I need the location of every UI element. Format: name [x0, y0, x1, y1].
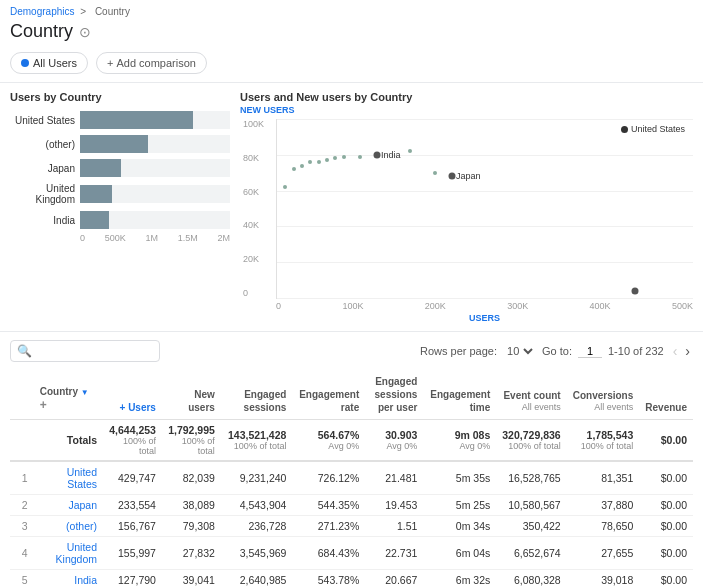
bar-row: United Kingdom	[10, 183, 230, 205]
row-country[interactable]: India	[34, 570, 103, 589]
col-header-engagement-time[interactable]: Engagement time	[423, 370, 496, 420]
col-header-revenue[interactable]: Revenue	[639, 370, 693, 420]
row-revenue: $0.00	[639, 461, 693, 495]
row-engaged-sessions: 9,231,240	[221, 461, 293, 495]
all-users-button[interactable]: All Users	[10, 52, 88, 74]
scatter-x-label: 100K	[342, 301, 363, 311]
row-engaged-sessions: 3,545,969	[221, 537, 293, 570]
scatter-dot	[408, 149, 412, 153]
row-event-count: 350,422	[496, 516, 566, 537]
totals-revenue: $0.00	[639, 420, 693, 462]
scatter-dot	[300, 164, 304, 168]
row-num: 1	[10, 461, 34, 495]
row-country[interactable]: United States	[34, 461, 103, 495]
axis-label: 1M	[145, 233, 158, 243]
bar-track	[80, 135, 230, 153]
row-engagement-rate: 543.78%	[292, 570, 365, 589]
row-revenue: $0.00	[639, 516, 693, 537]
bar-label: India	[10, 215, 75, 226]
bar-fill	[80, 135, 148, 153]
row-engaged-sessions: 236,728	[221, 516, 293, 537]
row-new-users: 27,832	[162, 537, 221, 570]
info-icon[interactable]: ⊙	[79, 24, 91, 40]
row-users: 155,997	[103, 537, 162, 570]
col-header-engaged-sessions[interactable]: Engaged sessions	[221, 370, 293, 420]
rows-per-page-select[interactable]: 10 25 50	[503, 344, 536, 358]
filter-bar: All Users + Add comparison	[0, 48, 703, 82]
scatter-legend: United States	[621, 124, 685, 134]
table-row: 3 (other) 156,767 79,308 236,728 271.23%…	[10, 516, 693, 537]
row-engaged-per-user: 19.453	[365, 495, 423, 516]
row-engagement-time: 6m 32s	[423, 570, 496, 589]
row-revenue: $0.00	[639, 537, 693, 570]
table-controls: 🔍 Rows per page: 10 25 50 Go to: 1-10 of…	[10, 340, 693, 362]
row-conversions: 27,655	[567, 537, 640, 570]
row-engagement-time: 6m 04s	[423, 537, 496, 570]
legend-label: United States	[631, 124, 685, 134]
row-num: 3	[10, 516, 34, 537]
table-row: 1 United States 429,747 82,039 9,231,240…	[10, 461, 693, 495]
col-header-event-count[interactable]: Event count All events	[496, 370, 566, 420]
data-table: Country ▼ + + Users New users Engaged se…	[10, 370, 693, 588]
totals-event-count: 320,729,836 100% of total	[496, 420, 566, 462]
scatter-x-axis-label: USERS	[276, 313, 693, 323]
add-comparison-label: Add comparison	[116, 57, 196, 69]
row-event-count: 6,080,328	[496, 570, 566, 589]
bar-fill	[80, 159, 121, 177]
search-input[interactable]	[36, 345, 153, 357]
col-header-country[interactable]: Country ▼ +	[34, 370, 103, 420]
row-conversions: 37,880	[567, 495, 640, 516]
scatter-x-label: 400K	[590, 301, 611, 311]
scatter-dot	[317, 160, 321, 164]
row-revenue: $0.00	[639, 570, 693, 589]
breadcrumb-parent[interactable]: Demographics	[10, 6, 74, 17]
prev-page-button[interactable]: ‹	[670, 343, 681, 359]
totals-engaged-per-user: 30.903 Avg 0%	[365, 420, 423, 462]
row-event-count: 16,528,765	[496, 461, 566, 495]
bar-track	[80, 111, 230, 129]
bar-label: United Kingdom	[10, 183, 75, 205]
scatter-dot	[333, 156, 337, 160]
col-header-users[interactable]: + Users	[103, 370, 162, 420]
search-box[interactable]: 🔍	[10, 340, 160, 362]
col-header-new-users[interactable]: New users	[162, 370, 221, 420]
bar-track	[80, 211, 230, 229]
bar-fill	[80, 111, 193, 129]
bar-row: India	[10, 211, 230, 229]
scatter-y-labels: 100K80K60K40K20K0	[243, 119, 264, 298]
scatter-dot	[373, 151, 380, 158]
col-header-num	[10, 370, 34, 420]
row-num: 2	[10, 495, 34, 516]
pagination-nav: ‹ ›	[670, 343, 693, 359]
bar-track	[80, 185, 230, 203]
scatter-dot	[283, 185, 287, 189]
filter-dot	[21, 59, 29, 67]
row-num: 5	[10, 570, 34, 589]
go-to-input[interactable]	[578, 345, 602, 358]
next-page-button[interactable]: ›	[682, 343, 693, 359]
row-conversions: 39,018	[567, 570, 640, 589]
scatter-dot	[358, 155, 362, 159]
row-country[interactable]: (other)	[34, 516, 103, 537]
bar-axis: 0500K1M1.5M2M	[10, 233, 230, 243]
row-engaged-per-user: 1.51	[365, 516, 423, 537]
col-header-conversions[interactable]: Conversions All events	[567, 370, 640, 420]
add-column-icon[interactable]: +	[40, 398, 47, 412]
pagination-controls: Rows per page: 10 25 50 Go to: 1-10 of 2…	[420, 343, 693, 359]
col-header-engaged-per-user[interactable]: Engaged sessions per user	[365, 370, 423, 420]
bar-fill	[80, 211, 109, 229]
row-engagement-rate: 726.12%	[292, 461, 365, 495]
bar-chart-bars: United States (other) Japan United Kingd…	[10, 111, 230, 229]
col-header-engagement-rate[interactable]: Engagement rate	[292, 370, 365, 420]
row-users: 233,554	[103, 495, 162, 516]
row-engagement-time: 5m 25s	[423, 495, 496, 516]
row-event-count: 10,580,567	[496, 495, 566, 516]
row-country[interactable]: United Kingdom	[34, 537, 103, 570]
row-country[interactable]: Japan	[34, 495, 103, 516]
bar-label: Japan	[10, 163, 75, 174]
bar-chart: Users by Country United States (other) J…	[10, 91, 230, 323]
totals-row: Totals 4,644,253 100% of total 1,792,995…	[10, 420, 693, 462]
row-engagement-rate: 684.43%	[292, 537, 365, 570]
add-comparison-button[interactable]: + Add comparison	[96, 52, 207, 74]
go-to-label: Go to:	[542, 345, 572, 357]
